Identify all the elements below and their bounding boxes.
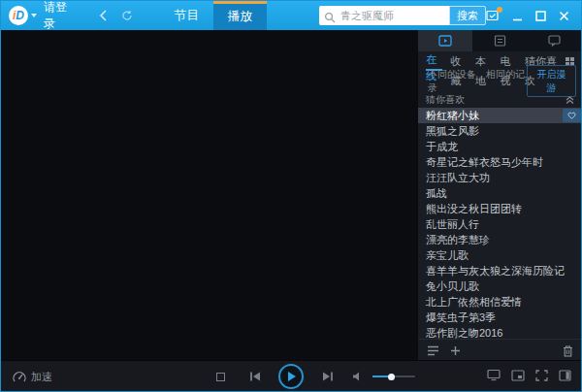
back-icon[interactable] (99, 10, 108, 21)
search-button[interactable]: 搜索 (449, 6, 486, 25)
minimize-icon[interactable] (512, 11, 523, 21)
list-item-title: 于成龙 (426, 140, 458, 154)
list-item[interactable]: 奇星记之鲜衣怒马少年时 (418, 154, 582, 170)
list-item[interactable]: 于成龙 (418, 139, 582, 154)
fullscreen-icon[interactable] (535, 368, 548, 385)
volume-slider[interactable] (372, 376, 415, 377)
pps-logo-icon: iD (9, 6, 28, 25)
list-item-title: 汪汪队立大功 (426, 171, 490, 185)
sidebar-panel-switcher (418, 30, 582, 51)
list-item[interactable]: 爆笑虫子第3季 (418, 310, 582, 325)
list-item-title: 爆笑虫子第3季 (426, 310, 496, 325)
message-badge (497, 7, 502, 13)
login-link[interactable]: 请登录 (44, 0, 74, 32)
list-item[interactable]: 兔小贝儿歌 (418, 278, 582, 294)
list-item-title: 亲宝儿歌 (426, 248, 469, 263)
mini-player-icon[interactable] (511, 368, 525, 385)
list-item[interactable]: 恶作剧之吻2016 (418, 325, 582, 339)
list-item[interactable]: 汪汪队立大功 (418, 170, 582, 185)
section-title: 猜你喜欢 (426, 93, 465, 107)
list-item[interactable]: 漂亮的李慧珍 (418, 232, 582, 247)
files-panel-icon[interactable] (472, 30, 527, 51)
list-item-title: 黑狐之风影 (426, 124, 479, 139)
sidebar-toolbar (418, 339, 582, 362)
play-icon (288, 372, 296, 381)
screencast-icon[interactable] (487, 368, 501, 385)
volume-icon[interactable] (352, 361, 365, 392)
list-item-title: 漂亮的李慧珍 (426, 233, 490, 247)
refresh-icon[interactable] (121, 10, 133, 21)
list-item[interactable]: 乱世丽人行 (418, 216, 582, 232)
message-icon[interactable] (486, 10, 500, 21)
favorite-heart-icon[interactable] (563, 109, 581, 122)
next-button[interactable] (321, 361, 334, 392)
window-controls (486, 10, 569, 21)
maximize-icon[interactable] (535, 11, 546, 21)
list-item-title: 北上广依然相信爱情 (426, 295, 522, 310)
stop-button[interactable] (216, 361, 225, 392)
list-item-title: 兔小贝儿歌 (426, 279, 479, 294)
list-item-title: 恶作剧之吻2016 (426, 326, 502, 340)
playlist-manage-icon[interactable] (427, 345, 439, 356)
sidebar: 在线 收藏 本地 电视 猜你喜欢 不同的设备，相同的记录 开启漫游 猜你喜欢 粉… (418, 30, 582, 362)
list-item[interactable]: 孤战 (418, 185, 582, 201)
tab-programs[interactable]: 节目 (160, 1, 213, 30)
search-icon (324, 10, 336, 27)
chat-panel-icon[interactable] (528, 30, 582, 51)
list-item-title: 奇星记之鲜衣怒马少年时 (426, 155, 543, 170)
speed-up-control[interactable]: 加速 (13, 361, 52, 392)
tab-playing[interactable]: 播放 (213, 1, 267, 30)
delete-trash-icon[interactable] (563, 345, 573, 357)
speed-label: 加速 (31, 370, 52, 384)
speed-icon (13, 371, 26, 383)
roaming-notice: 不同的设备，相同的记录 开启漫游 (418, 71, 582, 91)
previous-button[interactable] (249, 361, 262, 392)
list-item[interactable]: 粉红猪小妹 (418, 108, 582, 123)
video-area[interactable] (1, 30, 418, 362)
list-item[interactable]: 黑狐之风影 (418, 123, 582, 139)
titlebar: iD 请登录 节目 播放 搜索 (1, 1, 581, 30)
close-icon[interactable] (559, 11, 569, 21)
list-item-title: 粉红猪小妹 (426, 109, 479, 123)
recommendation-list: 粉红猪小妹 黑狐之风影 于成龙 奇星记之鲜衣怒马少年时 汪汪队立大功 孤战 熊出… (418, 108, 582, 339)
app-window: iD 请登录 节目 播放 搜索 (0, 0, 582, 392)
guess-you-like-section-header: 猜你喜欢 (418, 91, 582, 108)
logo-dropdown-caret-icon (31, 14, 37, 17)
list-item[interactable]: 喜羊羊与灰太狼之深海历险记 (418, 263, 582, 278)
list-item[interactable]: 北上广依然相信爱情 (418, 294, 582, 310)
list-item-title: 乱世丽人行 (426, 217, 479, 232)
play-button[interactable] (278, 364, 304, 389)
list-item[interactable]: 亲宝儿歌 (418, 247, 582, 263)
list-item-title: 孤战 (426, 186, 447, 201)
list-item-title: 熊出没之秋日团团转 (426, 202, 522, 216)
search-input[interactable] (319, 6, 449, 25)
search-box: 搜索 (319, 6, 486, 25)
volume-knob[interactable] (388, 374, 395, 380)
display-controls (487, 361, 571, 392)
app-logo[interactable]: iD (9, 6, 37, 25)
list-item-title: 喜羊羊与灰太狼之深海历险记 (426, 264, 565, 278)
panel-toggle-icon[interactable] (559, 368, 571, 385)
list-item[interactable]: 熊出没之秋日团团转 (418, 201, 582, 216)
player-panel-icon[interactable] (418, 30, 472, 51)
player-control-bar: 加速 (1, 360, 581, 391)
add-item-icon[interactable] (450, 345, 461, 356)
collapse-section-icon[interactable] (566, 95, 574, 105)
